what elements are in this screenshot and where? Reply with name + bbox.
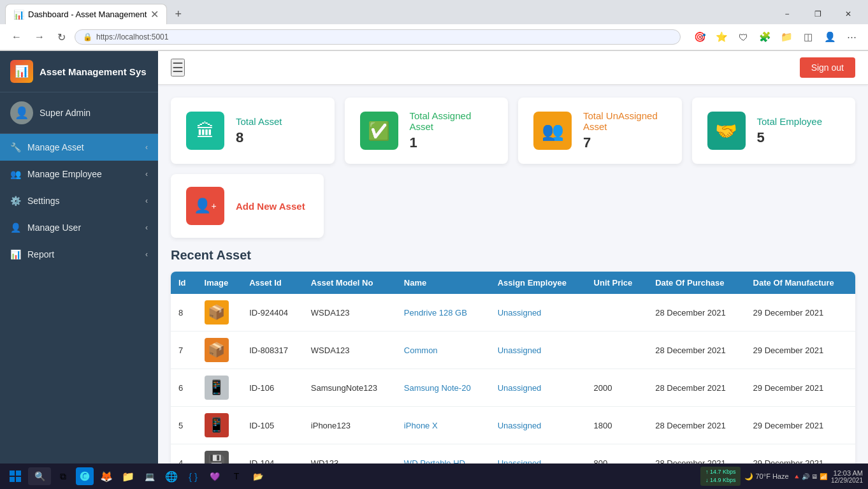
file-explorer-icon[interactable]: 📁 [119,467,137,485]
card-total-asset[interactable]: 🏛 Total Asset 8 [171,98,335,164]
sidebar-item-label-manage-user: Manage User [27,223,81,233]
card-total-employee[interactable]: 🤝 Total Employee 5 [692,98,856,164]
minimize-button[interactable]: − [772,4,802,24]
asset-name-link[interactable]: Pendrive 128 GB [404,308,467,317]
cell-id: 7 [171,332,197,369]
app-icon-5[interactable]: 💻 [141,467,159,485]
cell-assign-employee: Unassigned [490,332,586,369]
total-unassigned-icon: 👥 [533,112,572,150]
back-button[interactable]: ← [8,29,25,45]
col-asset-id: Asset Id [242,272,303,294]
sidebar: 📊 Asset Management Sys 👤 Super Admin 🔧 M… [0,51,158,463]
refresh-button[interactable]: ↻ [54,29,69,46]
total-asset-label: Total Asset [236,116,282,127]
cell-date-manufacture: 29 December 2021 [746,369,855,407]
cell-date-purchase: 28 December 2021 [647,294,745,332]
taskbar-search-button[interactable]: 🔍 [28,467,51,485]
start-button[interactable] [5,466,25,486]
address-bar[interactable]: 🔒 https://localhost:5001 [75,29,681,45]
cell-date-purchase: 28 December 2021 [647,369,745,407]
total-employee-value: 5 [757,129,823,146]
app-container: 📊 Asset Management Sys 👤 Super Admin 🔧 M… [0,51,868,463]
total-assigned-value: 1 [410,135,493,151]
hamburger-menu[interactable]: ☰ [171,59,185,77]
cell-image: 📱 [197,369,242,407]
toolbar-icons: 🎯 ⭐ 🛡 🧩 📁 ◫ 👤 ⋯ [691,28,860,46]
svg-rect-3 [16,477,21,482]
col-assign-employee: Assign Employee [490,272,586,294]
card-total-assigned[interactable]: ✅ Total Assigned Asset 1 [345,98,509,164]
teams-icon[interactable]: T [228,467,245,485]
tab-bar: 📊 Dashboard - Asset Management ✕ + − ❐ ✕ [0,0,868,24]
asset-name-link[interactable]: WD Portable HD [404,458,465,464]
cell-name: WD Portable HD [396,444,490,464]
top-bar: ☰ Sign out [158,51,868,85]
tab-close-button[interactable]: ✕ [150,8,159,20]
chevron-right-icon: ‹ [145,250,148,259]
asset-image: 📦 [205,338,229,362]
asset-image: 💾 [205,451,229,463]
puzzle-icon[interactable]: 🧩 [756,28,774,46]
asset-name-link[interactable]: Samsung Note-20 [404,383,471,393]
sidebar-item-report[interactable]: 📊 Report ‹ [0,241,158,268]
url-display: https://localhost:5001 [96,33,168,41]
clock-display: 12:03 AM 12/29/2021 [831,469,863,484]
vscode-icon[interactable]: { } [184,467,202,485]
split-icon[interactable]: ◫ [799,28,817,46]
firefox-icon[interactable]: 🦊 [98,467,115,485]
col-date-purchase: Date Of Purchase [647,272,745,294]
profile-avatar[interactable]: 👤 [821,28,839,46]
taskbar: 🔍 ⧉ 🦊 📁 💻 🌐 { } 💜 T 📂 ↑ 14.7 Kbps↓ 14.9 … [0,463,868,489]
sign-out-button[interactable]: Sign out [800,57,855,78]
sidebar-item-manage-user[interactable]: 👤 Manage User ‹ [0,214,158,241]
asset-name-link[interactable]: iPhone X [404,421,438,430]
sidebar-item-left: ⚙️ Settings [10,196,60,206]
edge-icon[interactable] [76,467,94,485]
table-header: Id Image Asset Id Asset Model No Name As… [171,272,855,294]
chevron-right-icon: ‹ [145,196,148,205]
card-total-unassigned[interactable]: 👥 Total UnAssigned Asset 7 [518,98,682,164]
cell-asset-id: ID-106 [242,369,303,407]
cell-name: iPhone X [396,407,490,444]
cards-row: 🏛 Total Asset 8 ✅ Total Assigned Asset 1 [171,98,855,164]
cell-date-purchase: 28 December 2021 [647,444,745,464]
total-unassigned-info: Total UnAssigned Asset 7 [583,110,667,151]
sidebar-header: 📊 Asset Management Sys [0,51,158,92]
app-icon-9[interactable]: 📂 [249,467,267,485]
sidebar-item-settings[interactable]: ⚙️ Settings ‹ [0,187,158,214]
collections-icon[interactable]: 📁 [778,28,795,46]
app-icon-8[interactable]: 💜 [206,467,224,485]
maximize-button[interactable]: ❐ [803,4,832,24]
sidebar-item-manage-asset[interactable]: 🔧 Manage Asset ‹ [0,134,158,161]
total-employee-label: Total Employee [757,116,823,127]
tab-title: Dashboard - Asset Management [28,10,147,19]
add-asset-row: 👤+ Add New Asset [171,174,855,238]
shield-icon[interactable]: 🛡 [734,28,752,46]
col-name: Name [396,272,490,294]
active-tab[interactable]: 📊 Dashboard - Asset Management ✕ [5,4,167,24]
extensions-icon[interactable]: 🎯 [691,28,709,46]
sidebar-item-manage-employee[interactable]: 👥 Manage Employee ‹ [0,161,158,187]
total-assigned-label: Total Assigned Asset [410,110,493,132]
table-body: 8 📦 ID-924404 WSDA123 Pendrive 128 GB Un… [171,294,855,463]
new-tab-button[interactable]: + [170,5,187,24]
sidebar-item-left: 🔧 Manage Asset [10,142,84,152]
assign-employee-status: Unassigned [498,458,542,464]
total-asset-icon: 🏛 [186,112,224,150]
sidebar-item-label-manage-employee: Manage Employee [27,169,102,179]
close-window-button[interactable]: ✕ [834,4,863,24]
sidebar-item-label-report: Report [27,249,54,259]
taskbar-right: ↑ 14.7 Kbps↓ 14.9 Kbps 🌙 70°F Haze 🔺 🔊 🖥… [700,467,863,485]
manage-asset-icon: 🔧 [10,142,21,152]
cell-model-no: iPhone123 [303,407,396,444]
cell-asset-id: ID-808317 [242,332,303,369]
chrome-icon[interactable]: 🌐 [163,467,180,485]
menu-button[interactable]: ⋯ [843,28,860,46]
asset-name-link[interactable]: Common [404,346,438,355]
forward-button[interactable]: → [31,29,48,45]
task-view-icon[interactable]: ⧉ [54,467,72,485]
assign-employee-status: Unassigned [498,421,542,430]
asset-image: 📱 [205,376,229,400]
add-new-asset-card[interactable]: 👤+ Add New Asset [171,174,324,238]
favorites-icon[interactable]: ⭐ [712,28,730,46]
